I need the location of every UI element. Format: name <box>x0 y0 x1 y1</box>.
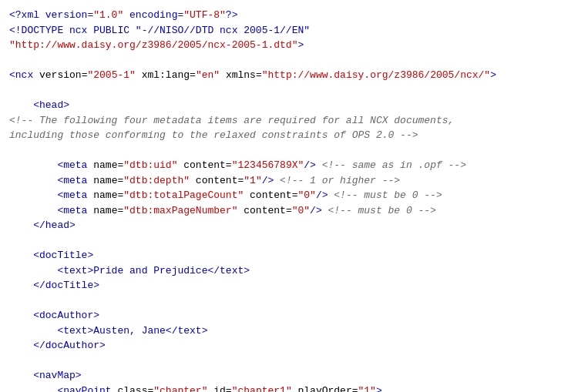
code-line: <navPoint class="chapter" id="chapter1" … <box>9 384 569 393</box>
code-line: including those conforming to the relaxe… <box>9 128 569 143</box>
code-token: name= <box>87 159 123 171</box>
code-line: <head> <box>9 98 569 113</box>
code-line: <meta name="dtb:uid" content="123456789X… <box>9 158 569 173</box>
code-line <box>9 83 569 99</box>
code-token: playOrder= <box>292 385 358 393</box>
code-line: <!DOCTYPE ncx PUBLIC "-//NISO//DTD ncx 2… <box>9 23 569 39</box>
code-line: <!-- The following four metadata items a… <box>9 113 569 129</box>
code-token: version= <box>33 69 87 81</box>
code-token: content= <box>190 175 244 186</box>
code-line <box>9 233 569 249</box>
code-token: <ncx <box>9 69 33 81</box>
code-token: <!DOCTYPE ncx PUBLIC "-//NISO//DTD ncx 2… <box>9 25 310 36</box>
code-line: </head> <box>9 218 569 233</box>
code-token: /> <box>262 175 274 186</box>
code-token: /> <box>316 189 328 201</box>
code-token: <meta <box>9 189 87 201</box>
code-token: </docTitle> <box>9 280 99 291</box>
code-token: <!-- must be 0 --> <box>328 189 442 201</box>
code-token: "dtb:maxPageNumber" <box>123 205 237 216</box>
code-token: <?xml version= <box>9 9 93 21</box>
code-token: <!-- same as in .opf --> <box>316 159 466 171</box>
code-token: "1.0" <box>93 9 123 21</box>
code-line: </docAuthor> <box>9 338 569 353</box>
code-token: <meta <box>9 205 87 216</box>
code-line <box>9 353 569 369</box>
code-token: </head> <box>9 219 76 231</box>
code-line: <text>Pride and Prejudice</text> <box>9 263 569 279</box>
code-token: <!-- 1 or higher --> <box>274 175 400 186</box>
code-token: xmlns= <box>220 69 262 81</box>
code-token: "123456789X" <box>232 159 304 171</box>
code-line <box>9 293 569 309</box>
code-token: "http://www.daisy.org/z3986/2005/ncx/" <box>262 69 490 81</box>
code-token: </docAuthor> <box>9 340 106 351</box>
code-token: <navPoint <box>9 385 112 393</box>
code-token: name= <box>87 205 123 216</box>
code-token: <meta <box>9 175 87 186</box>
code-token: <meta <box>9 159 87 171</box>
code-line: <ncx version="2005-1" xml:lang="en" xmln… <box>9 68 569 83</box>
code-token: "0" <box>297 189 315 201</box>
code-line: <navMap> <box>9 368 569 384</box>
code-token: "en" <box>196 69 220 81</box>
code-token: > <box>376 385 382 393</box>
code-token: <!-- The following four metadata items a… <box>9 115 454 126</box>
code-token: encoding= <box>123 9 183 21</box>
code-token: including those conforming to the relaxe… <box>9 129 418 141</box>
code-token: class= <box>112 385 154 393</box>
code-line: <?xml version="1.0" encoding="UTF-8"?> <box>9 8 569 23</box>
code-token: > <box>297 39 304 51</box>
code-token: /> <box>304 159 316 171</box>
code-token: ?> <box>226 9 238 21</box>
code-line <box>9 53 569 69</box>
code-token: "2005-1" <box>87 69 135 81</box>
code-token: content= <box>237 205 291 216</box>
code-token: <text>Austen, Jane</text> <box>9 325 207 337</box>
code-token: name= <box>87 189 123 201</box>
code-token: "dtb:totalPageCount" <box>123 189 244 201</box>
code-token: content= <box>177 159 231 171</box>
code-line: <docTitle> <box>9 248 569 263</box>
code-token: xml:lang= <box>136 69 196 81</box>
code-token: <docTitle> <box>9 250 93 261</box>
code-token: <!-- must be 0 --> <box>322 205 436 216</box>
code-token: "1" <box>358 385 376 393</box>
code-token: id= <box>207 385 231 393</box>
code-token: <text>Pride and Prejudice</text> <box>9 265 250 276</box>
code-token: "0" <box>292 205 310 216</box>
code-token: "dtb:depth" <box>123 175 190 186</box>
code-token: /> <box>310 205 322 216</box>
code-token: "chapter" <box>153 385 207 393</box>
code-line: <meta name="dtb:maxPageNumber" content="… <box>9 203 569 219</box>
code-line: <meta name="dtb:totalPageCount" content=… <box>9 188 569 203</box>
code-token: content= <box>244 189 297 201</box>
code-token: <head> <box>9 99 69 111</box>
code-line: <text>Austen, Jane</text> <box>9 323 569 339</box>
code-line: <docAuthor> <box>9 308 569 323</box>
code-line: "http://www.daisy.org/z3986/2005/ncx-200… <box>9 38 569 53</box>
code-token: "http://www.daisy.org/z3986/2005/ncx-200… <box>9 39 297 51</box>
code-token: "chapter1" <box>232 385 292 393</box>
code-token: > <box>490 69 496 81</box>
code-token: "1" <box>244 175 261 186</box>
code-line: <meta name="dtb:depth" content="1"/> <!-… <box>9 173 569 189</box>
code-token: <docAuthor> <box>9 310 99 321</box>
code-line <box>9 143 569 159</box>
code-line: </docTitle> <box>9 278 569 293</box>
code-token: <navMap> <box>9 370 82 381</box>
code-editor: <?xml version="1.0" encoding="UTF-8"?><!… <box>9 8 569 392</box>
code-token: "dtb:uid" <box>123 159 177 171</box>
code-token: name= <box>87 175 123 186</box>
code-token: "UTF-8" <box>183 9 226 21</box>
